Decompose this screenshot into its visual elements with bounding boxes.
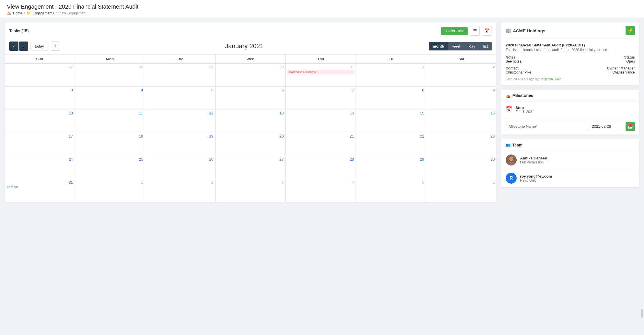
cal-date: 5: [147, 88, 214, 92]
cal-cell-w4d6[interactable]: 30: [426, 156, 496, 179]
cal-cell-w5d1[interactable]: 1: [75, 179, 145, 202]
cal-cell-w1d1[interactable]: 4: [75, 87, 145, 110]
cal-cell-w4d4[interactable]: 28: [286, 156, 356, 179]
cal-date: 11: [77, 111, 143, 115]
cal-cell-w0d1[interactable]: 28: [75, 64, 145, 87]
cal-cell-w1d4[interactable]: 7: [286, 87, 356, 110]
cal-cell-w2d4[interactable]: 14: [286, 110, 356, 133]
tasks-title: Tasks (15): [9, 29, 29, 33]
cal-cell-w5d6[interactable]: 6: [426, 179, 496, 202]
add-task-button[interactable]: + Add Task: [441, 27, 468, 35]
cal-cell-w2d3[interactable]: 13: [216, 110, 286, 133]
cal-cell-w4d1[interactable]: 25: [75, 156, 145, 179]
cal-cell-w5d0[interactable]: 31+2 more: [5, 179, 75, 202]
cal-cell-w4d3[interactable]: 27: [216, 156, 286, 179]
calendar-header-row: Sun Mon Tue Wed Thu Fri Sat: [5, 54, 496, 64]
cal-cell-w1d0[interactable]: 3: [5, 87, 75, 110]
cal-cell-w3d3[interactable]: 20: [216, 133, 286, 156]
cal-date: 1: [77, 180, 143, 185]
cal-cell-w2d2[interactable]: 12: [145, 110, 216, 133]
cal-cell-w4d0[interactable]: 24: [5, 156, 75, 179]
cal-date: 1: [358, 65, 424, 69]
cal-date: 6: [217, 88, 284, 92]
view-buttons: month week day list: [429, 42, 492, 50]
cal-date: 28: [287, 157, 354, 161]
header-sun: Sun: [5, 54, 75, 63]
cal-cell-w1d6[interactable]: 9: [426, 87, 496, 110]
cal-more[interactable]: +2 more: [6, 185, 73, 189]
next-button[interactable]: ›: [19, 42, 28, 51]
cal-date: 3: [217, 180, 284, 185]
cal-cell-w0d0[interactable]: 27: [5, 64, 75, 87]
cal-cell-w0d3[interactable]: 30: [216, 64, 286, 87]
page-header: View Engagement - 2020 Financial Stateme…: [0, 0, 644, 18]
list-view-btn[interactable]: list: [479, 42, 492, 50]
breadcrumb: 🏠 Home / 📁 Engagements / View Engagement: [7, 11, 637, 15]
cal-cell-w4d2[interactable]: 26: [145, 156, 216, 179]
month-view-button[interactable]: month: [429, 42, 448, 50]
cal-date: 19: [147, 134, 214, 138]
team-member-1: R roy.yong@ey.com Read Only: [501, 169, 639, 187]
today-button[interactable]: today: [31, 42, 48, 50]
cal-cell-w4d5[interactable]: 29: [356, 156, 426, 179]
cal-cell-w2d6[interactable]: 16: [426, 110, 496, 133]
created-by-link[interactable]: Benjamin Sisko: [539, 77, 561, 81]
cal-date: 25: [77, 157, 143, 161]
breadcrumb-engagements[interactable]: Engagements: [33, 11, 54, 15]
add-event-button[interactable]: +: [51, 42, 60, 51]
header-fri: Fri: [356, 54, 426, 63]
cal-date: 5: [358, 180, 424, 185]
cal-cell-w3d1[interactable]: 18: [75, 133, 145, 156]
status-value: Open: [624, 59, 635, 63]
team-icon: 👥: [506, 143, 511, 147]
list-view-button[interactable]: ☰: [470, 26, 480, 36]
company-card-header: 🏢 ACME Holdings ⚡: [501, 22, 639, 39]
prev-button[interactable]: ‹: [9, 42, 18, 51]
cal-cell-w5d4[interactable]: 4: [286, 179, 356, 202]
cal-cell-w3d0[interactable]: 17: [5, 133, 75, 156]
cal-date: 4: [287, 180, 354, 185]
owner-label: Owner / Manager: [607, 66, 635, 70]
company-action-button[interactable]: ⚡: [626, 26, 635, 35]
cal-cell-w3d5[interactable]: 22: [356, 133, 426, 156]
cal-date: 15: [358, 111, 424, 115]
cal-cell-w1d5[interactable]: 8: [356, 87, 426, 110]
cal-cell-w0d5[interactable]: 1: [356, 64, 426, 87]
cal-cell-w1d2[interactable]: 5: [145, 87, 216, 110]
cal-cell-w2d5[interactable]: 15: [356, 110, 426, 133]
milestone-date-input[interactable]: [589, 122, 623, 131]
milestone-name-input[interactable]: [506, 122, 586, 131]
milestone-add-button[interactable]: 📅: [626, 122, 635, 131]
avatar-roy: R: [506, 173, 517, 184]
cal-date: 21: [287, 134, 354, 138]
cal-date: 29: [358, 157, 424, 161]
milestone-cal-icon: 📅: [506, 106, 512, 112]
cal-date: 13: [217, 111, 284, 115]
cal-cell-w1d3[interactable]: 6: [216, 87, 286, 110]
milestone-item: 📅 Stop Feb 1, 2021: [501, 101, 639, 118]
member-info-0: Annika Hensen Full Permission: [520, 156, 547, 164]
cal-cell-w0d2[interactable]: 29: [145, 64, 216, 87]
cal-cell-w2d0[interactable]: 10: [5, 110, 75, 133]
cal-event[interactable]: Database Password: [287, 70, 354, 74]
cal-date: 28: [77, 65, 143, 69]
cal-cell-w3d2[interactable]: 19: [145, 133, 216, 156]
day-view-button[interactable]: day: [465, 42, 479, 50]
cal-cell-w3d6[interactable]: 23: [426, 133, 496, 156]
week-view-button[interactable]: week: [448, 42, 465, 50]
main-layout: Tasks (15) + Add Task ☰ 📅 ‹ › today + Ja…: [0, 18, 644, 211]
cal-cell-w5d5[interactable]: 5: [356, 179, 426, 202]
cal-cell-w5d2[interactable]: 2: [145, 179, 216, 202]
cal-cell-w3d4[interactable]: 21: [286, 133, 356, 156]
cal-cell-w5d3[interactable]: 3: [216, 179, 286, 202]
notes-value: See notes.: [506, 59, 522, 63]
engagement-description: This is the financial statement audit fo…: [506, 48, 635, 52]
cal-cell-w0d6[interactable]: 2: [426, 64, 496, 87]
cal-cell-w0d4[interactable]: 31Database Password: [286, 64, 356, 87]
building-icon: 🏢: [506, 28, 511, 33]
breadcrumb-home[interactable]: Home: [13, 11, 22, 15]
cal-cell-w2d1[interactable]: 11: [75, 110, 145, 133]
calendar-view-button[interactable]: 📅: [482, 26, 492, 36]
member-info-1: roy.yong@ey.com Read Only: [520, 174, 552, 182]
briefcase-icon: 📁: [27, 11, 31, 15]
